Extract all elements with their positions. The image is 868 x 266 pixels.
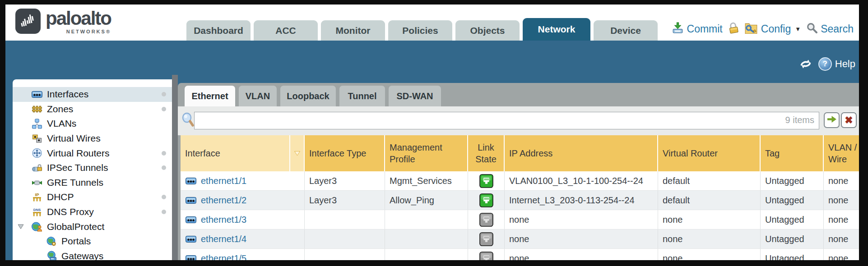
cell-vlan-wire: none xyxy=(824,191,859,210)
globalprotect-icon xyxy=(31,221,43,232)
tab-loopback[interactable]: Loopback xyxy=(280,86,336,106)
table-row[interactable]: ethernet1/1Layer3Mgmt_ServicesVLAN0100_L… xyxy=(181,171,859,191)
sidebar-item-label: Zones xyxy=(47,104,73,115)
config-label: Config xyxy=(761,23,791,35)
commit-icon xyxy=(672,22,684,37)
interface-link[interactable]: ethernet1/5 xyxy=(201,253,246,261)
tab-policies[interactable]: Policies xyxy=(388,20,452,41)
sort-column-strip[interactable] xyxy=(290,135,305,171)
filter-input[interactable] xyxy=(194,112,819,129)
clear-filter-button[interactable]: ✖ xyxy=(841,112,857,128)
help-button[interactable]: ? Help xyxy=(818,57,855,71)
interface-link[interactable]: ethernet1/3 xyxy=(201,215,246,225)
sidebar-item-virtual-wires[interactable]: Virtual Wires xyxy=(13,131,172,146)
cell-interface-type: Layer3 xyxy=(305,171,385,190)
config-icon xyxy=(744,22,758,37)
config-menu-button[interactable]: Config ▼ xyxy=(744,22,801,37)
column-header-virtual-router[interactable]: Virtual Router xyxy=(658,135,761,171)
interface-cell: ethernet1/2 xyxy=(181,191,305,210)
column-header-link-state[interactable]: Link State xyxy=(468,135,505,171)
table-row[interactable]: ethernet1/5nonenoneUntaggednone xyxy=(181,249,859,260)
link-state-down-icon[interactable] xyxy=(479,252,493,261)
sidebar-item-portals[interactable]: Portals xyxy=(13,234,172,249)
brand-sub: NETWORKS® xyxy=(46,29,111,34)
column-header-interface[interactable]: Interface xyxy=(181,135,290,171)
tab-monitor[interactable]: Monitor xyxy=(321,20,385,41)
column-header-tag[interactable]: Tag xyxy=(761,135,824,171)
link-state-down-icon[interactable] xyxy=(479,232,493,246)
interface-cell: ethernet1/3 xyxy=(181,210,305,229)
column-header-interface-type[interactable]: Interface Type xyxy=(305,135,385,171)
link-state-cell xyxy=(468,229,505,248)
tab-device[interactable]: Device xyxy=(594,20,658,41)
lock-button[interactable] xyxy=(728,22,739,37)
link-state-down-icon[interactable] xyxy=(479,213,493,227)
tab-ethernet[interactable]: Ethernet xyxy=(185,86,235,106)
table-row[interactable]: ethernet1/4nonenoneUntaggednone xyxy=(181,229,859,249)
refresh-button[interactable] xyxy=(798,58,813,70)
sidebar-item-dhcp[interactable]: IPDHCP xyxy=(13,190,172,205)
help-icon: ? xyxy=(818,57,832,71)
search-button[interactable]: Search xyxy=(806,22,854,36)
sort-direction-icon[interactable] xyxy=(294,147,301,159)
cell-tag: Untagged xyxy=(761,210,824,229)
apply-filter-button[interactable] xyxy=(824,112,840,128)
link-state-up-icon[interactable] xyxy=(479,174,493,188)
sidebar-item-gateways[interactable]: Gateways xyxy=(13,249,172,260)
cell-interface-type xyxy=(305,210,385,229)
table-header-row: InterfaceInterface TypeManagement Profil… xyxy=(181,135,859,171)
cell-tag: Untagged xyxy=(761,249,824,260)
cell-virtual-router: none xyxy=(658,210,761,229)
tab-sd-wan[interactable]: SD-WAN xyxy=(389,86,441,106)
cell-ip-address: VLAN0100_L3_10-1-100-254--24 xyxy=(505,171,658,190)
sidebar-item-vlans[interactable]: VLANs xyxy=(13,116,172,131)
status-dot xyxy=(162,210,166,214)
interface-cell: ethernet1/5 xyxy=(181,249,305,260)
filter-bar: 9 items ✖ xyxy=(178,106,859,135)
ethernet-interface-icon xyxy=(185,255,197,261)
tab-vlan[interactable]: VLAN xyxy=(239,86,277,106)
cell-management-profile xyxy=(385,210,468,229)
sidebar-item-ipsec-tunnels[interactable]: IPSec Tunnels xyxy=(13,161,172,175)
sidebar-item-gre-tunnels[interactable]: GRE Tunnels xyxy=(13,175,172,190)
sidebar-item-label: Portals xyxy=(61,236,91,247)
interface-link[interactable]: ethernet1/1 xyxy=(201,176,246,186)
interface-cell: ethernet1/4 xyxy=(181,229,305,248)
nav-actions: Commit Config ▼ Search xyxy=(672,22,854,37)
lock-icon xyxy=(728,22,739,37)
sidebar-item-label: GRE Tunnels xyxy=(47,177,103,188)
gateways-icon xyxy=(45,251,57,260)
sidebar-item-interfaces[interactable]: Interfaces xyxy=(13,87,172,102)
tree-expander-icon[interactable] xyxy=(18,224,24,229)
paloalto-logo: paloalto NETWORKS® xyxy=(15,9,111,34)
dhcp-icon: IP xyxy=(31,192,43,202)
column-header-management-profile[interactable]: Management Profile xyxy=(385,135,468,171)
link-state-up-icon[interactable] xyxy=(479,193,493,207)
vlans-icon xyxy=(31,119,43,129)
table-row[interactable]: ethernet1/2Layer3Allow_PingInternet_L3_2… xyxy=(181,191,859,210)
tab-tunnel[interactable]: Tunnel xyxy=(339,86,385,106)
cell-ip-address: Internet_L3_203-0-113-254--24 xyxy=(505,191,658,210)
tab-network[interactable]: Network xyxy=(523,18,590,41)
commit-button[interactable]: Commit xyxy=(672,22,723,37)
interface-link[interactable]: ethernet1/4 xyxy=(201,234,246,244)
interface-link[interactable]: ethernet1/2 xyxy=(201,195,246,206)
sidebar-item-globalprotect[interactable]: GlobalProtect xyxy=(13,219,172,234)
sidebar-item-zones[interactable]: Zones xyxy=(13,102,172,117)
cell-vlan-wire: none xyxy=(824,171,859,190)
cell-virtual-router: none xyxy=(658,249,761,260)
column-header-ip-address[interactable]: IP Address xyxy=(505,135,658,171)
tab-dashboard[interactable]: Dashboard xyxy=(186,20,251,41)
table-row[interactable]: ethernet1/3nonenoneUntaggednone xyxy=(181,210,859,229)
help-label: Help xyxy=(835,58,855,70)
cell-management-profile: Allow_Ping xyxy=(385,191,468,210)
tab-objects[interactable]: Objects xyxy=(455,20,520,41)
sidebar-item-dns-proxy[interactable]: DNSDNS Proxy xyxy=(13,205,172,220)
sidebar-resize-handle[interactable] xyxy=(172,75,178,260)
sidebar-item-label: IPSec Tunnels xyxy=(47,162,108,173)
cell-interface-type xyxy=(305,229,385,248)
sidebar-item-virtual-routers[interactable]: Virtual Routers xyxy=(13,146,172,161)
tab-acc[interactable]: ACC xyxy=(254,20,318,41)
sidebar-item-label: Interfaces xyxy=(47,89,88,100)
column-header-vlan-v-wire[interactable]: VLAN / V Wire xyxy=(824,135,859,171)
